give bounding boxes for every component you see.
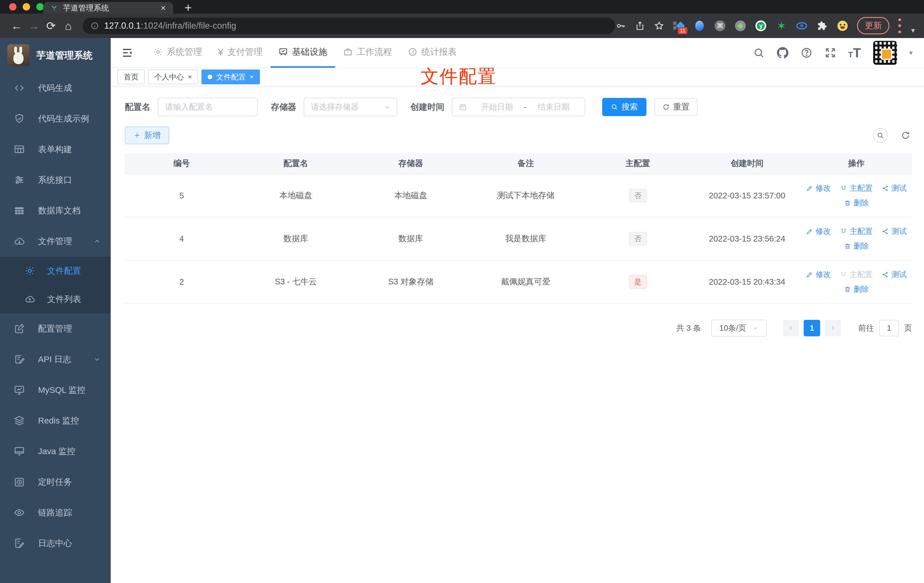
sidebar-item-trace[interactable]: 链路追踪 bbox=[0, 497, 111, 528]
sidebar-item-code-example[interactable]: 代码生成示例 bbox=[0, 103, 111, 134]
edit-button[interactable]: 修改 bbox=[806, 226, 831, 236]
search-button[interactable]: 搜索 bbox=[602, 98, 647, 116]
chrome-menu-icon[interactable]: ••• bbox=[898, 17, 901, 35]
header-actions: TT ▾ bbox=[753, 41, 912, 65]
current-page-button[interactable]: 1 bbox=[804, 320, 820, 336]
extension-eye-icon[interactable] bbox=[796, 20, 808, 32]
sidebar-item-log-center[interactable]: 日志中心 bbox=[0, 528, 111, 558]
window-close-button[interactable] bbox=[9, 3, 16, 10]
edit-button[interactable]: 修改 bbox=[806, 183, 831, 193]
add-button[interactable]: 新增 bbox=[125, 127, 169, 144]
delete-button[interactable]: 删除 bbox=[844, 198, 869, 208]
extensions-puzzle-icon[interactable] bbox=[816, 20, 828, 32]
sidebar-item-code-generation[interactable]: 代码生成 bbox=[0, 73, 111, 103]
nav-item-reports[interactable]: 统计报表 bbox=[400, 38, 465, 68]
table-row: 2 S3 - 七牛云 S3 对象存储 戴佩妮真可爱 是 2022-03-15 2… bbox=[125, 261, 912, 304]
refresh-table-button[interactable] bbox=[901, 130, 911, 140]
nav-item-workflow[interactable]: 工作流程 bbox=[335, 38, 400, 68]
trash-icon bbox=[844, 200, 851, 206]
share-icon[interactable] bbox=[635, 20, 645, 31]
sidebar-item-api-logs[interactable]: API 日志 bbox=[0, 344, 111, 375]
grid-table-icon bbox=[13, 205, 25, 216]
sidebar-logo[interactable]: 芋道管理系统 bbox=[0, 38, 111, 73]
cell-actions: 修改 主配置 测试 删除 bbox=[802, 226, 911, 251]
home-icon[interactable]: ⌂ bbox=[59, 20, 77, 32]
close-icon[interactable]: × bbox=[188, 74, 192, 80]
sidebar-item-redis-monitor[interactable]: Redis 监控 bbox=[0, 405, 111, 436]
th-name: 配置名 bbox=[238, 158, 353, 169]
back-icon[interactable]: ← bbox=[8, 20, 25, 32]
window-minimize-button[interactable] bbox=[23, 3, 30, 10]
chrome-update-button[interactable]: 更新 bbox=[857, 17, 889, 34]
nav-item-system[interactable]: 系统管理 bbox=[145, 38, 210, 68]
sidebar-item-scheduled-tasks[interactable]: 定时任务 bbox=[0, 467, 111, 497]
config-name-input[interactable] bbox=[158, 97, 258, 116]
test-button[interactable]: 测试 bbox=[882, 226, 907, 236]
tag-home[interactable]: 首页 bbox=[117, 69, 145, 84]
tab-close-icon[interactable]: × bbox=[161, 3, 166, 13]
window-zoom-button[interactable] bbox=[36, 3, 44, 10]
delete-button[interactable]: 删除 bbox=[844, 284, 869, 294]
date-range-picker[interactable]: 开始日期 - 结束日期 bbox=[452, 97, 585, 116]
sidebar-item-config-management[interactable]: 配置管理 bbox=[0, 313, 111, 344]
sidebar-item-mysql-monitor[interactable]: MySQL 监控 bbox=[0, 375, 111, 405]
test-button[interactable]: 测试 bbox=[882, 269, 907, 279]
sidebar-item-form-builder[interactable]: 表单构建 bbox=[0, 134, 111, 165]
delete-button[interactable]: 删除 bbox=[844, 241, 869, 251]
extension-command-icon[interactable]: ⌘ bbox=[714, 20, 726, 32]
extension-y-icon[interactable]: y bbox=[755, 20, 767, 32]
info-icon[interactable] bbox=[91, 21, 99, 30]
goto-page-input[interactable] bbox=[879, 320, 899, 336]
sidebar-item-file-list[interactable]: 文件列表 bbox=[0, 285, 111, 313]
sidebar-item-db-doc[interactable]: 数据库文档 bbox=[0, 195, 111, 226]
extension-balloon-icon[interactable] bbox=[693, 20, 706, 32]
layers-icon bbox=[13, 415, 25, 426]
sidebar-item-file-management[interactable]: 文件管理 bbox=[0, 226, 111, 257]
forward-icon[interactable]: → bbox=[25, 20, 43, 32]
extension-gray-green-icon[interactable] bbox=[734, 20, 746, 32]
toggle-search-button[interactable] bbox=[873, 128, 888, 143]
th-storage: 存储器 bbox=[353, 158, 468, 169]
sidebar-collapse-icon[interactable] bbox=[121, 46, 134, 59]
set-master-button[interactable]: 主配置 bbox=[840, 183, 873, 193]
new-tab-button[interactable]: + bbox=[185, 0, 192, 15]
next-page-button[interactable] bbox=[825, 320, 841, 336]
table-icon bbox=[13, 144, 25, 155]
monitor-chart-icon bbox=[13, 384, 25, 396]
share-nodes-icon bbox=[882, 271, 889, 278]
extension-tag-assistant-icon[interactable]: 11 bbox=[673, 20, 685, 32]
sidebar-item-file-config[interactable]: 文件配置 bbox=[0, 257, 111, 285]
prev-page-button[interactable] bbox=[783, 320, 799, 336]
storage-select[interactable]: 请选择存储器 bbox=[304, 97, 397, 116]
font-size-icon[interactable]: TT bbox=[848, 46, 861, 59]
window-dropdown-caret-icon[interactable]: ▼ bbox=[910, 27, 916, 34]
password-key-icon[interactable] bbox=[615, 20, 626, 31]
help-icon[interactable] bbox=[800, 47, 812, 59]
tag-profile[interactable]: 个人中心 × bbox=[148, 69, 198, 84]
nav-item-infrastructure[interactable]: 基础设施 bbox=[271, 38, 335, 68]
user-avatar[interactable] bbox=[873, 41, 897, 65]
avatar-caret-icon[interactable]: ▾ bbox=[909, 49, 912, 57]
search-icon[interactable] bbox=[753, 47, 765, 59]
tag-file-config[interactable]: 文件配置 × bbox=[201, 69, 260, 84]
address-bar[interactable]: 127.0.0.1:1024/infra/file/file-config bbox=[82, 18, 615, 34]
set-master-button[interactable]: 主配置 bbox=[840, 226, 873, 236]
test-button[interactable]: 测试 bbox=[882, 183, 907, 193]
github-icon[interactable] bbox=[777, 47, 789, 59]
profile-avatar-emoji-icon[interactable] bbox=[837, 20, 848, 32]
page-size-select[interactable]: 10条/页 bbox=[711, 320, 767, 337]
browser-tab[interactable]: 芋道管理系统 × bbox=[43, 2, 173, 13]
fullscreen-icon[interactable] bbox=[824, 47, 836, 59]
cell-created: 2022-03-15 20:43:34 bbox=[693, 277, 802, 287]
reset-button[interactable]: 重置 bbox=[654, 98, 698, 116]
logo-rabbit-avatar bbox=[7, 44, 30, 66]
edit-button[interactable]: 修改 bbox=[806, 269, 831, 279]
sidebar-item-system-api[interactable]: 系统接口 bbox=[0, 165, 111, 195]
reload-icon[interactable]: ⟳ bbox=[43, 19, 60, 32]
nav-item-payment[interactable]: ¥ 支付管理 bbox=[210, 38, 271, 68]
bookmark-star-icon[interactable] bbox=[654, 20, 665, 31]
close-icon[interactable]: × bbox=[250, 74, 254, 80]
filter-config-name: 配置名 bbox=[125, 97, 258, 116]
sidebar-item-java-monitor[interactable]: Java 监控 bbox=[0, 436, 111, 467]
extension-star-icon[interactable]: ✶ bbox=[775, 20, 787, 32]
